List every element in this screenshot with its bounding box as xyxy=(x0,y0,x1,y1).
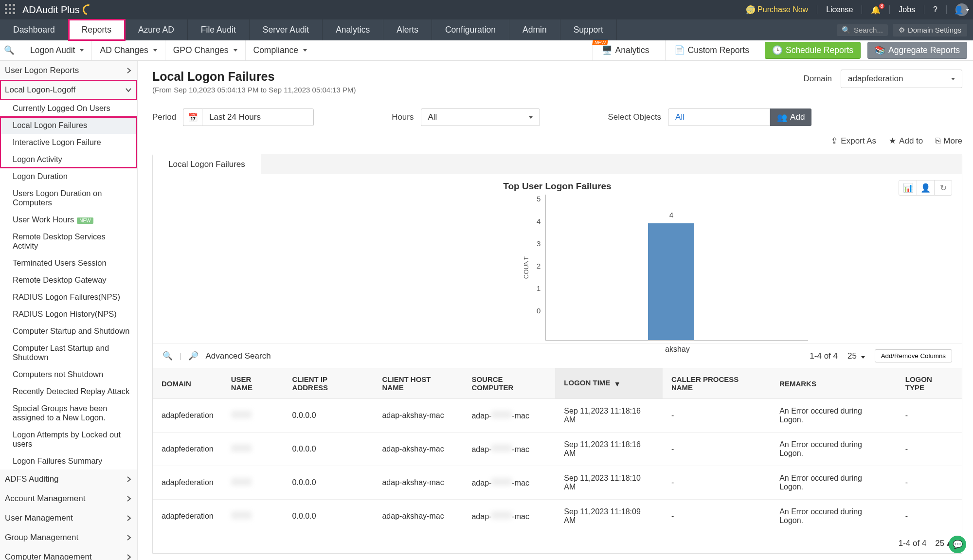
advanced-search-icon[interactable]: 🔎 xyxy=(188,351,198,361)
col-caller-process-name[interactable]: CALLER PROCESS NAME xyxy=(663,368,771,399)
license-link[interactable]: License xyxy=(826,5,853,14)
chart-user-icon[interactable]: 👤 xyxy=(917,181,934,195)
col-user-name[interactable]: USER NAME xyxy=(222,368,284,399)
sidebar-item-computer-last-startup-and-shutdown[interactable]: Computer Last Startup and Shutdown xyxy=(0,340,137,366)
hours-label: Hours xyxy=(392,112,414,122)
blurred-segment xyxy=(491,511,512,519)
sidebar-item-computer-startup-and-shutdown[interactable]: Computer Startup and Shutdown xyxy=(0,323,137,340)
export-as-button[interactable]: ⇪Export As xyxy=(831,136,876,146)
advanced-search-link[interactable]: Advanced Search xyxy=(205,351,270,361)
sidebar-item-logon-failures-summary[interactable]: Logon Failures Summary xyxy=(0,452,137,470)
sidebar-item-logon-activity[interactable]: Logon Activity xyxy=(0,151,137,168)
notifications-icon[interactable]: 🔔8 xyxy=(871,5,881,15)
aggregate-reports-button[interactable]: 📚Aggregate Reports xyxy=(867,42,967,59)
sidebar-item-logon-attempts-by-locked-out-users[interactable]: Logon Attempts by Locked out users xyxy=(0,426,137,452)
blurred-segment xyxy=(491,444,512,452)
jobs-link[interactable]: Jobs xyxy=(899,5,915,14)
chat-bubble-icon[interactable]: 💬 xyxy=(949,536,966,553)
add-to-button[interactable]: ★Add to xyxy=(889,136,923,146)
recent-icon[interactable]: 🔍 xyxy=(0,40,22,60)
analytics-link[interactable]: NEW 🖥️Analytics xyxy=(593,40,658,60)
nav-tab-analytics[interactable]: Analytics xyxy=(323,19,383,40)
table-row[interactable]: adapfederation0.0.0.0adap-akshay-macadap… xyxy=(153,399,962,433)
domain-settings-button[interactable]: ⚙Domain Settings xyxy=(893,24,967,36)
blurred-username xyxy=(231,511,252,519)
sidebar-item-logon-duration[interactable]: Logon Duration xyxy=(0,168,137,185)
sidebar-cat-account-management[interactable]: Account Management xyxy=(0,489,137,508)
col-source-computer[interactable]: SOURCE COMPUTER xyxy=(463,368,555,399)
global-search-input[interactable]: 🔍 Search... xyxy=(837,24,888,36)
sidebar-cat-adfs-auditing[interactable]: ADFS Auditing xyxy=(0,470,137,489)
nav-tab-dashboard[interactable]: Dashboard xyxy=(0,19,69,40)
sidebar-cat-computer-management[interactable]: Computer Management xyxy=(0,547,137,560)
sidebar-item-currently-logged-on-users[interactable]: Currently Logged On Users xyxy=(0,100,137,117)
more-button[interactable]: ⎘More xyxy=(936,136,962,146)
chart-refresh-icon[interactable]: ↻ xyxy=(934,181,952,195)
sidebar-cat-user-management[interactable]: User Management xyxy=(0,508,137,528)
custom-reports-link[interactable]: 📄Custom Reports xyxy=(665,40,758,60)
sidebar-item-terminated-users-session[interactable]: Terminated Users Session xyxy=(0,254,137,271)
sidebar-item-radius-logon-history-nps-[interactable]: RADIUS Logon History(NPS) xyxy=(0,306,137,323)
nav-tab-reports[interactable]: Reports xyxy=(69,19,125,40)
add-remove-columns-button[interactable]: Add/Remove Columns xyxy=(875,349,952,362)
subnav-ad-changes[interactable]: AD Changes xyxy=(92,40,165,60)
panel-tab-local-logon-failures[interactable]: Local Logon Failures xyxy=(153,154,261,174)
blurred-username xyxy=(231,478,252,486)
sidebar: User Logon ReportsLocal Logon-LogoffCurr… xyxy=(0,61,138,560)
period-label: Period xyxy=(152,112,176,122)
col-client-ip-address[interactable]: CLIENT IP ADDRESS xyxy=(284,368,374,399)
monitor-icon: 🖥️ xyxy=(602,45,613,55)
purchase-now-link[interactable]: 🛒Purchase Now xyxy=(746,5,808,14)
sidebar-cat-local-logon-logoff[interactable]: Local Logon-Logoff xyxy=(0,80,137,100)
col-client-host-name[interactable]: CLIENT HOST NAME xyxy=(373,368,463,399)
nav-tab-server-audit[interactable]: Server Audit xyxy=(250,19,323,40)
search-icon[interactable]: 🔍 xyxy=(162,351,173,361)
nav-tab-admin[interactable]: Admin xyxy=(509,19,560,40)
apps-grid-icon[interactable] xyxy=(5,4,17,16)
select-objects-label: Select Objects xyxy=(608,112,662,122)
objects-input[interactable]: All xyxy=(668,108,770,126)
nav-tab-configuration[interactable]: Configuration xyxy=(432,19,509,40)
sidebar-item-computers-not-shutdown[interactable]: Computers not Shutdown xyxy=(0,366,137,383)
page-size-select[interactable]: 25 xyxy=(847,351,865,361)
domain-dropdown[interactable]: adapfederation xyxy=(841,70,962,88)
nav-tab-alerts[interactable]: Alerts xyxy=(383,19,432,40)
chart-config-icon[interactable]: 📊 xyxy=(899,181,917,195)
sidebar-item-special-groups-have-been-assigned-to-a-new-logon-[interactable]: Special Groups have been assigned to a N… xyxy=(0,400,137,426)
sidebar-item-recently-detected-replay-attack[interactable]: Recently Detected Replay Attack xyxy=(0,383,137,400)
sidebar-item-remote-desktop-services-activity[interactable]: Remote Desktop Services Activity xyxy=(0,228,137,254)
sidebar-item-users-logon-duration-on-computers[interactable]: Users Logon Duration on Computers xyxy=(0,185,137,211)
user-avatar-menu[interactable]: 👤 xyxy=(955,3,968,16)
add-object-button[interactable]: 👥Add xyxy=(770,108,811,126)
sidebar-item-user-work-hours[interactable]: User Work Hours xyxy=(0,211,137,228)
table-row[interactable]: adapfederation0.0.0.0adap-akshay-macadap… xyxy=(153,433,962,466)
period-select[interactable]: Last 24 Hours xyxy=(202,108,314,126)
help-icon[interactable]: ? xyxy=(933,5,937,14)
nav-tab-file-audit[interactable]: File Audit xyxy=(188,19,250,40)
nav-tab-support[interactable]: Support xyxy=(560,19,617,40)
chart-bar-akshay[interactable]: 4 xyxy=(648,223,694,340)
col-domain[interactable]: DOMAIN xyxy=(153,368,222,399)
gear-icon: ⚙ xyxy=(899,26,905,35)
subnav-compliance[interactable]: Compliance xyxy=(246,40,315,60)
col-logon-time[interactable]: LOGON TIME ▾ xyxy=(555,368,663,399)
subnav-logon-audit[interactable]: Logon Audit xyxy=(22,40,92,60)
main-nav: DashboardReportsAzure ADFile AuditServer… xyxy=(0,19,973,40)
subnav-gpo-changes[interactable]: GPO Changes xyxy=(165,40,246,60)
blurred-segment xyxy=(491,478,512,486)
nav-tab-azure-ad[interactable]: Azure AD xyxy=(125,19,188,40)
sidebar-item-interactive-logon-failure[interactable]: Interactive Logon Failure xyxy=(0,134,137,151)
schedule-reports-button[interactable]: 🕒Schedule Reports xyxy=(765,42,861,59)
page-title: Local Logon Failures xyxy=(152,70,356,84)
sidebar-item-local-logon-failures[interactable]: Local Logon Failures xyxy=(0,117,137,134)
calendar-button[interactable]: 📅 xyxy=(183,108,202,126)
sidebar-cat-group-management[interactable]: Group Management xyxy=(0,528,137,547)
sidebar-item-radius-logon-failures-nps-[interactable]: RADIUS Logon Failures(NPS) xyxy=(0,289,137,306)
sidebar-cat-user-logon-reports[interactable]: User Logon Reports xyxy=(0,61,137,80)
col-logon-type[interactable]: LOGON TYPE xyxy=(897,368,962,399)
table-row[interactable]: adapfederation0.0.0.0adap-akshay-macadap… xyxy=(153,500,962,533)
sidebar-item-remote-desktop-gateway[interactable]: Remote Desktop Gateway xyxy=(0,271,137,289)
hours-select[interactable]: All xyxy=(421,108,540,126)
col-remarks[interactable]: REMARKS xyxy=(771,368,897,399)
table-row[interactable]: adapfederation0.0.0.0adap-akshay-macadap… xyxy=(153,466,962,500)
